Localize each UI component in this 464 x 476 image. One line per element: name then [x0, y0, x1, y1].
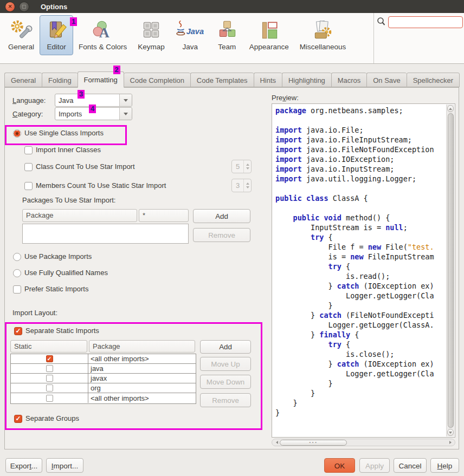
toolbar-item-appearance[interactable]: Appearance	[244, 15, 294, 55]
spinner-arrows-icon[interactable]	[244, 179, 251, 192]
package-column-header[interactable]: Package	[22, 209, 137, 222]
chevron-down-icon[interactable]	[119, 94, 132, 106]
vertical-scrollbar-thumb[interactable]	[448, 113, 454, 428]
packages-star-list[interactable]	[22, 224, 189, 244]
static-checkbox[interactable]	[46, 365, 53, 372]
tab-macros[interactable]: Macros	[331, 73, 366, 87]
tab-spellchecker[interactable]: Spellchecker	[407, 73, 460, 87]
toolbar-item-fonts-colors[interactable]: AFonts & Colors	[73, 15, 132, 55]
keymap-icon	[140, 19, 163, 42]
static-checkbox[interactable]	[46, 395, 53, 402]
toolbar-item-label: Keymap	[138, 43, 165, 51]
toolbar-item-label: Editor	[47, 43, 66, 51]
static-checkbox[interactable]	[46, 375, 53, 382]
code-line: import java.io.FileNotFoundException	[275, 145, 447, 154]
tab-formatting[interactable]: Formatting2	[78, 71, 124, 88]
scroll-right-icon[interactable]	[447, 440, 454, 445]
use-single-class-imports-radio[interactable]	[13, 129, 21, 138]
layout-remove-button[interactable]: Remove	[200, 393, 251, 407]
class-count-label: Class Count To Use Star Import	[36, 162, 135, 171]
vertical-scrollbar[interactable]	[446, 105, 454, 436]
code-line: is = new FileInputStream	[275, 252, 447, 262]
static-cell	[11, 393, 88, 403]
import-layout-label: Import Layout:	[12, 309, 57, 317]
table-row[interactable]: <all other imports>	[11, 354, 196, 364]
layout-add-button[interactable]: Add	[200, 340, 251, 354]
code-line: import java.io.FileInputStream;	[275, 135, 447, 145]
static-checkbox[interactable]	[46, 355, 53, 362]
restore-button[interactable]	[19, 2, 29, 12]
table-row[interactable]: org	[11, 383, 196, 393]
close-button[interactable]	[5, 2, 15, 12]
horizontal-scrollbar-thumb[interactable]	[280, 440, 347, 446]
svg-text:A: A	[99, 25, 109, 41]
toolbar-item-team[interactable]: Team	[210, 15, 244, 55]
toolbar-item-editor[interactable]: Editor1	[40, 15, 73, 55]
packages-add-button[interactable]: Add	[193, 209, 250, 223]
import-inner-classes-checkbox[interactable]	[24, 146, 33, 154]
static-column-header[interactable]: Static	[10, 340, 87, 353]
use-package-imports-label: Use Package Imports	[24, 252, 92, 260]
ok-button[interactable]: OK	[324, 458, 355, 473]
package-column-header[interactable]: Package	[89, 340, 195, 353]
move-down-button[interactable]: Move Down	[200, 375, 251, 389]
move-up-button[interactable]: Move Up	[200, 357, 251, 371]
packages-remove-button[interactable]: Remove	[193, 228, 250, 242]
use-package-imports-radio[interactable]	[13, 253, 21, 261]
static-checkbox[interactable]	[46, 384, 53, 392]
apply-button[interactable]: Apply	[359, 458, 390, 473]
svg-text:Java: Java	[186, 27, 204, 36]
search-input[interactable]	[388, 16, 463, 28]
tab-folding[interactable]: Folding	[42, 73, 78, 87]
separate-groups-checkbox[interactable]	[14, 415, 22, 423]
export-button[interactable]: Export...	[5, 458, 42, 473]
tab-on-save[interactable]: On Save	[366, 73, 406, 87]
scroll-down-icon[interactable]	[447, 429, 454, 436]
chevron-down-icon[interactable]	[119, 108, 132, 120]
team-icon	[216, 19, 239, 42]
members-count-checkbox[interactable]	[24, 182, 33, 190]
class-count-spinner[interactable]: 5	[231, 160, 252, 173]
cancel-button[interactable]: Cancel	[394, 458, 427, 473]
toolbar-item-general[interactable]: General	[3, 15, 40, 55]
table-row[interactable]: javax	[11, 374, 196, 383]
package-cell: javax	[88, 374, 196, 382]
code-line: public void method() {	[275, 213, 447, 223]
star-column-header[interactable]: *	[139, 209, 189, 222]
import-layout-table[interactable]: <all other imports>javajavaxorg<all othe…	[10, 354, 196, 404]
use-fully-qualified-radio[interactable]	[13, 269, 21, 277]
members-count-spinner[interactable]: 3	[231, 179, 252, 192]
tab-hints[interactable]: Hints	[254, 73, 282, 87]
annotation-badge-4: 4	[89, 105, 96, 113]
code-line: is.close();	[275, 349, 447, 359]
help-button[interactable]: Help	[430, 458, 459, 473]
prefer-static-imports-label: Prefer Static Imports	[24, 285, 88, 293]
code-line: import java.io.IOException;	[275, 154, 447, 164]
tab-code-templates[interactable]: Code Templates	[190, 73, 254, 87]
separate-static-imports-checkbox[interactable]	[14, 327, 22, 335]
tab-highlighting[interactable]: Highlighting	[282, 73, 331, 87]
horizontal-scrollbar[interactable]	[272, 439, 455, 446]
scroll-up-icon[interactable]	[447, 105, 454, 112]
packages-star-label: Packages To Use Star Import:	[22, 196, 115, 204]
code-line: } catch (FileNotFoundExcepti	[275, 310, 447, 320]
preview-label: Preview:	[272, 94, 299, 102]
preview-editor[interactable]: package org.netbeans.samples; import jav…	[272, 103, 455, 438]
general-icon	[10, 19, 33, 42]
tab-strip: GeneralFoldingFormatting2Code Completion…	[4, 71, 460, 87]
tab-general[interactable]: General	[4, 73, 42, 87]
import-button[interactable]: Import...	[46, 458, 83, 473]
class-count-checkbox[interactable]	[24, 163, 33, 171]
tab-code-completion[interactable]: Code Completion	[124, 73, 190, 87]
code-line: Logger.getLogger(Cla	[275, 369, 447, 379]
toolbar-item-keymap[interactable]: Keymap	[132, 15, 170, 55]
prefer-static-imports-checkbox[interactable]	[13, 285, 21, 294]
spinner-arrows-icon[interactable]	[244, 160, 251, 173]
toolbar-item-miscellaneous[interactable]: Miscellaneous	[294, 15, 352, 55]
code-line: }	[275, 398, 447, 408]
table-row[interactable]: <all other imports>	[11, 393, 196, 403]
table-row[interactable]: java	[11, 364, 196, 374]
code-line: import java.io.InputStream;	[275, 164, 447, 174]
toolbar-item-java[interactable]: JavaJava	[170, 15, 210, 55]
members-count-label: Members Count To Use Static Star Import	[36, 181, 166, 190]
